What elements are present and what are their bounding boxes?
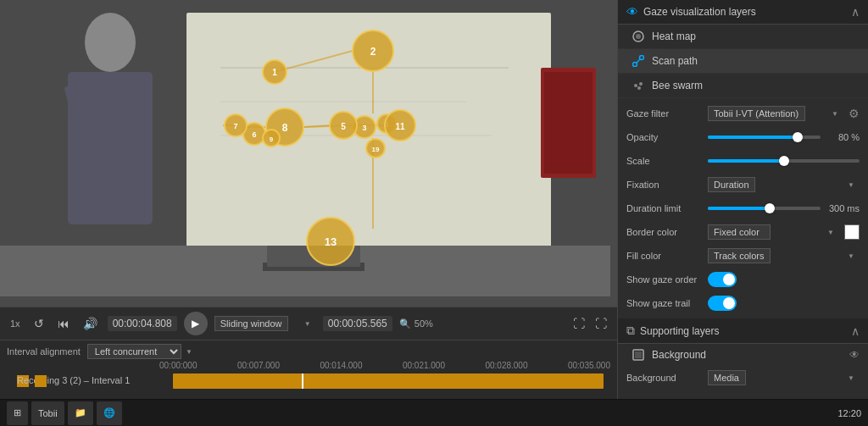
svg-text:6: 6 (252, 130, 256, 139)
gaze-viz-section-icon: 👁 (626, 5, 638, 19)
svg-rect-55 (635, 351, 642, 358)
show-gaze-trail-label: Show gaze trail (626, 298, 703, 308)
svg-text:19: 19 (372, 146, 380, 153)
gaze-filter-gear-button[interactable]: ⚙ (849, 107, 860, 120)
video-content: 1 2 3 4 5 6 (0, 0, 617, 307)
border-color-select[interactable]: Fixed color Track colors (708, 224, 771, 240)
border-color-swatch[interactable] (844, 224, 860, 240)
background-visibility-toggle[interactable]: 👁 (849, 349, 860, 361)
beeswarm-icon (632, 79, 645, 92)
video-controls-bar: 1x ↺ ⏮ 🔊 00:00:04.808 ▶ Sliding window F… (0, 307, 617, 340)
beeswarm-label: Bee swarm (652, 80, 703, 91)
audio-button[interactable]: 🔊 (80, 315, 101, 332)
video-background: 1 2 3 4 5 6 (0, 0, 617, 307)
svg-text:8: 8 (282, 122, 288, 134)
fixation-label: Fixation (626, 180, 703, 190)
interval-select[interactable]: Left concurrent Right concurrent (87, 344, 181, 359)
taskbar: ⊞ Tobii 📁 🌐 12:20 (0, 399, 868, 426)
background-layer-label: Background (652, 349, 706, 361)
duration-limit-row: Duration limit 300 ms (618, 196, 868, 220)
duration-limit-slider[interactable] (708, 207, 821, 210)
zoom-indicator: 🔍 50% (399, 318, 433, 329)
supporting-layers-title: Supporting layers (640, 325, 719, 337)
svg-text:3: 3 (362, 124, 366, 132)
fill-color-label: Fill color (626, 251, 703, 261)
recording-row: Recording 3 (2) – Interval 1 (7, 372, 610, 390)
show-gaze-order-row: Show gaze order (618, 268, 868, 291)
interval-label: Interval alignment (7, 346, 81, 357)
supporting-layers-icon: ⧉ (626, 324, 635, 338)
scanpath-layer-item[interactable]: Scan path (618, 49, 868, 74)
play-button[interactable]: ▶ (184, 312, 208, 335)
taskbar-time: 12:20 (837, 408, 861, 418)
heatmap-label: Heat map (652, 30, 696, 42)
supporting-layers-header[interactable]: ⧉ Supporting layers ∧ (618, 318, 868, 344)
fill-color-select[interactable]: Track colors Fixed color (708, 248, 771, 263)
right-panel: 👁 Gaze visualization layers ∧ Heat map S… (617, 0, 868, 399)
speed-badge: 1x (7, 317, 24, 330)
taskbar-item-2[interactable]: 📁 (68, 401, 93, 425)
svg-text:5: 5 (341, 122, 346, 131)
scale-slider[interactable] (708, 159, 860, 163)
recording-label: Recording 3 (2) – Interval 1 (14, 375, 166, 387)
gaze-viz-section-title: Gaze visualization layers (643, 6, 756, 18)
recording-bar[interactable] (173, 373, 604, 389)
show-gaze-trail-toggle[interactable] (708, 296, 737, 311)
heatmap-icon (632, 30, 645, 43)
opacity-label: Opacity (626, 132, 703, 142)
svg-text:13: 13 (325, 235, 337, 248)
beeswarm-layer-item[interactable]: Bee swarm (618, 74, 868, 98)
background-layer-icon (632, 348, 645, 362)
timecode-start: 00:00:04.808 (108, 316, 177, 331)
timeline-area: Interval alignment Left concurrent Right… (0, 340, 617, 399)
timecode-end: 00:00:05.565 (323, 316, 392, 331)
fullscreen-button[interactable]: ⛶ (592, 315, 610, 332)
settings-area: Gaze filter Tobii I-VT (Attention) Raw T… (618, 98, 868, 318)
scale-row: Scale (618, 149, 868, 173)
opacity-slider[interactable] (708, 136, 821, 139)
expand-button[interactable]: ⛶ (570, 315, 588, 332)
svg-point-51 (634, 84, 637, 87)
taskbar-start[interactable]: ⊞ (7, 401, 28, 425)
svg-point-53 (637, 86, 641, 90)
playhead (302, 373, 303, 389)
svg-point-52 (639, 82, 643, 86)
video-panel: 1 2 3 4 5 6 (0, 0, 617, 399)
gaze-filter-row: Gaze filter Tobii I-VT (Attention) Raw T… (618, 102, 868, 125)
taskbar-app[interactable]: Tobii (31, 401, 64, 425)
fill-color-row: Fill color Track colors Fixed color (618, 244, 868, 268)
opacity-row: Opacity 80 % (618, 125, 868, 149)
taskbar-item-3[interactable]: 🌐 (97, 401, 122, 425)
layers-list: Heat map Scan path Bee swarm (618, 25, 868, 98)
gaze-viz-collapse-btn[interactable]: ∧ (851, 5, 860, 19)
show-gaze-order-toggle[interactable] (708, 272, 737, 287)
window-mode-select[interactable]: Sliding window Fixed window (214, 316, 288, 331)
opacity-value: 80 % (826, 132, 860, 142)
border-color-row: Border color Fixed color Track colors (618, 220, 868, 244)
rewind-button[interactable]: ↺ (31, 315, 47, 332)
background-setting-select[interactable]: Media Image Color (708, 370, 746, 385)
scanpath-icon (632, 54, 645, 68)
gaze-filter-label: Gaze filter (626, 108, 703, 119)
timeline-header: Interval alignment Left concurrent Right… (0, 344, 617, 359)
gaze-visualization-header[interactable]: 👁 Gaze visualization layers ∧ (618, 0, 868, 25)
show-gaze-order-label: Show gaze order (626, 274, 703, 285)
background-layer-item: Background 👁 (618, 344, 868, 366)
background-setting-row: Background Media Image Color (618, 366, 868, 390)
background-setting-label: Background (626, 373, 703, 383)
fullscreen-controls: ⛶ ⛶ (570, 315, 610, 332)
svg-text:1: 1 (272, 68, 277, 77)
gaze-filter-select[interactable]: Tobii I-VT (Attention) Raw Tobii I-VT (708, 106, 805, 121)
duration-limit-label: Duration limit (626, 203, 703, 213)
svg-text:2: 2 (370, 46, 376, 58)
show-gaze-trail-row: Show gaze trail (618, 291, 868, 315)
border-color-label: Border color (626, 227, 703, 237)
scale-label: Scale (626, 156, 703, 166)
heatmap-layer-item[interactable]: Heat map (618, 25, 868, 49)
back-frame-button[interactable]: ⏮ (54, 315, 73, 332)
scanpath-label: Scan path (652, 55, 698, 67)
fixation-row: Fixation Duration Order Size (618, 173, 868, 196)
fixation-select[interactable]: Duration Order Size (708, 177, 755, 192)
svg-point-47 (636, 34, 641, 39)
supporting-layers-collapse-btn[interactable]: ∧ (851, 324, 860, 338)
